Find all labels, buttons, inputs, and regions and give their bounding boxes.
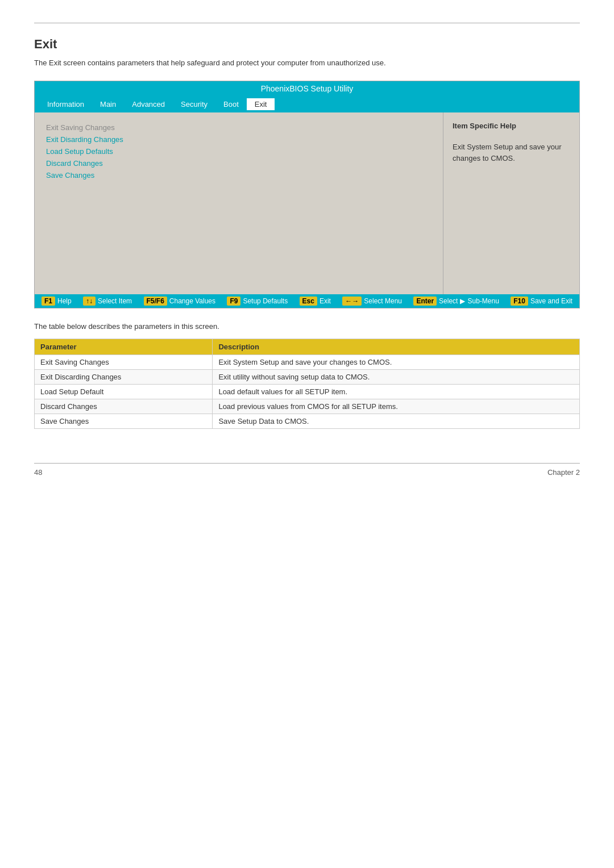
bios-right-panel: Item Specific Help Exit System Setup and… <box>443 112 579 294</box>
intro-text: The Exit screen contains parameters that… <box>34 59 580 67</box>
desc-exit-discarding: Exit utility without saving setup data t… <box>213 370 580 385</box>
table-row: Exit Discarding Changes Exit utility wit… <box>35 370 580 385</box>
status-f9: F9 Setup Defaults <box>227 297 288 306</box>
desc-load-default: Load default values for all SETUP item. <box>213 385 580 399</box>
menu-discard-changes[interactable]: Discard Changes <box>46 157 432 169</box>
param-load-default: Load Setup Default <box>35 385 213 399</box>
key-enter: Enter <box>413 297 437 306</box>
top-divider <box>34 23 580 23</box>
param-exit-discarding: Exit Discarding Changes <box>35 370 213 385</box>
label-setup-defaults: Setup Defaults <box>243 297 288 305</box>
param-save-changes: Save Changes <box>35 414 213 429</box>
bios-title-bar: PhoenixBIOS Setup Utility <box>35 81 579 96</box>
key-arrows: ↑↓ <box>83 297 96 306</box>
desc-save-changes: Save Setup Data to CMOS. <box>213 414 580 429</box>
nav-information[interactable]: Information <box>39 98 92 110</box>
desc-exit-saving: Exit System Setup and save your changes … <box>213 355 580 370</box>
label-help: Help <box>57 297 72 305</box>
status-f5f6: F5/F6 Change Values <box>144 297 216 306</box>
table-row: Save Changes Save Setup Data to CMOS. <box>35 414 580 429</box>
label-sub-menu: Sub-Menu <box>467 297 499 305</box>
col-header-description: Description <box>213 339 580 355</box>
key-f5f6: F5/F6 <box>144 297 167 306</box>
nav-security[interactable]: Security <box>173 98 215 110</box>
label-change-values: Change Values <box>169 297 215 305</box>
parameter-table: Parameter Description Exit Saving Change… <box>34 339 580 429</box>
table-row: Discard Changes Load previous values fro… <box>35 399 580 414</box>
label-exit: Exit <box>320 297 331 305</box>
menu-exit-saving[interactable]: Exit Saving Changes <box>46 122 432 133</box>
bios-left-panel: Exit Saving Changes Exit Disarding Chang… <box>35 112 443 294</box>
menu-exit-disarding[interactable]: Exit Disarding Changes <box>46 133 432 145</box>
nav-main[interactable]: Main <box>92 98 124 110</box>
bios-content: Exit Saving Changes Exit Disarding Chang… <box>35 112 579 294</box>
menu-load-defaults[interactable]: Load Setup Defaults <box>46 145 432 157</box>
bios-status-bar: F1 Help ↑↓ Select Item F5/F6 Change Valu… <box>35 294 579 308</box>
param-discard-changes: Discard Changes <box>35 399 213 414</box>
chapter-label: Chapter 2 <box>547 468 580 477</box>
page-number: 48 <box>34 468 42 477</box>
item-specific-help-title: Item Specific Help <box>453 122 570 130</box>
section-text: The table below describes the parameters… <box>34 322 580 331</box>
label-select-menu: Select Menu <box>364 297 402 305</box>
label-select: Select <box>439 297 458 305</box>
bios-nav: Information Main Advanced Security Boot … <box>35 96 579 112</box>
col-header-parameter: Parameter <box>35 339 213 355</box>
key-esc: Esc <box>300 297 317 306</box>
status-arrows: ↑↓ Select Item <box>83 297 132 306</box>
page-footer: 48 Chapter 2 <box>34 463 580 477</box>
key-lr-arrows: ←→ <box>342 297 362 306</box>
key-f9: F9 <box>227 297 240 306</box>
label-save-exit: Save and Exit <box>530 297 572 305</box>
status-f1: F1 Help <box>42 297 72 306</box>
nav-boot[interactable]: Boot <box>215 98 247 110</box>
param-exit-saving: Exit Saving Changes <box>35 355 213 370</box>
desc-discard-changes: Load previous values from CMOS for all S… <box>213 399 580 414</box>
help-text: Exit System Setup and save your changes … <box>453 141 570 164</box>
bios-box: PhoenixBIOS Setup Utility Information Ma… <box>34 81 580 308</box>
key-f10: F10 <box>511 297 528 306</box>
submenu-arrow: ▶ <box>460 297 465 305</box>
status-lr-arrows: ←→ Select Menu <box>342 297 402 306</box>
table-row: Load Setup Default Load default values f… <box>35 385 580 399</box>
page-title: Exit <box>34 37 580 52</box>
key-f1: F1 <box>42 297 55 306</box>
table-row: Exit Saving Changes Exit System Setup an… <box>35 355 580 370</box>
status-esc: Esc Exit <box>300 297 331 306</box>
label-select-item: Select Item <box>98 297 132 305</box>
nav-exit[interactable]: Exit <box>247 98 275 110</box>
menu-save-changes[interactable]: Save Changes <box>46 169 432 181</box>
status-f10: F10 Save and Exit <box>511 297 572 306</box>
status-enter: Enter Select ▶ Sub-Menu <box>413 297 499 306</box>
nav-advanced[interactable]: Advanced <box>124 98 173 110</box>
